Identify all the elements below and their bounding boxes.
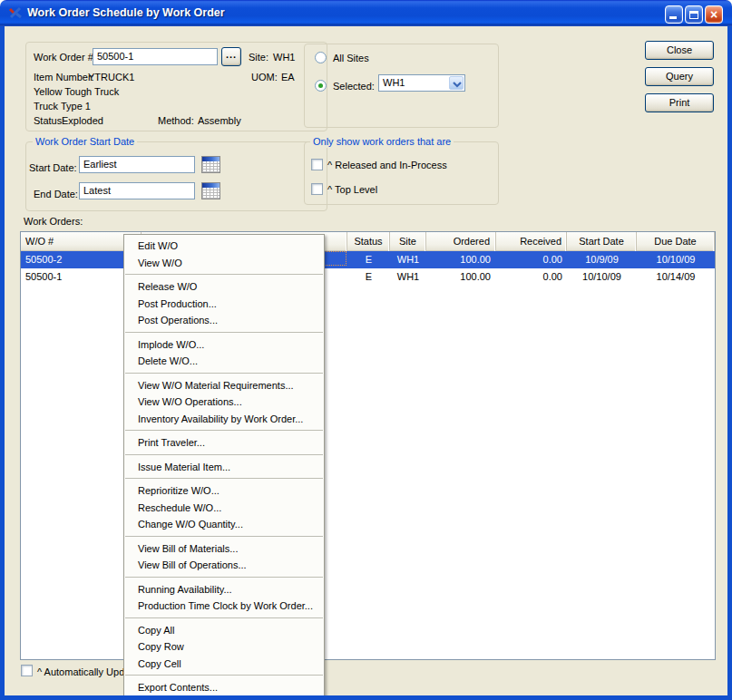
menu-item[interactable]: Inventory Availability by Work Order...: [124, 411, 324, 428]
cell-received[interactable]: 0.00: [496, 251, 567, 268]
close-window-button[interactable]: ×: [705, 5, 723, 24]
menu-item[interactable]: Issue Material Item...: [124, 459, 324, 476]
released-inprocess-label: ^ Released and In-Process: [327, 159, 447, 171]
item-number-label: Item Number:: [34, 71, 94, 83]
cell-due-date[interactable]: 10/14/09: [637, 268, 715, 286]
menu-item[interactable]: View W/O Operations...: [124, 394, 324, 411]
window-border-right: [727, 26, 732, 695]
menu-separator: [125, 577, 323, 578]
browse-button[interactable]: ...: [221, 47, 241, 66]
minimize-button[interactable]: [665, 5, 683, 24]
cell-status[interactable]: E: [347, 268, 390, 286]
item-description-line1: Yellow Tough Truck: [34, 85, 119, 98]
menu-item[interactable]: View Bill of Materials...: [124, 540, 324, 558]
site-select-drop-button[interactable]: [449, 76, 464, 90]
menu-item[interactable]: Export Contents...: [124, 679, 324, 696]
query-button[interactable]: Query: [645, 67, 714, 86]
menu-separator: [125, 430, 323, 431]
auto-update-checkbox[interactable]: [21, 665, 33, 676]
site-select[interactable]: WH1: [378, 74, 465, 92]
selected-site-radio[interactable]: [315, 80, 327, 92]
end-date-label: End Date:: [34, 188, 78, 200]
item-description-line2: Truck Type 1: [34, 100, 91, 112]
menu-item[interactable]: Reprioritize W/O...: [124, 482, 324, 500]
app-window: Work Order Schedule by Work Order × Work…: [0, 0, 732, 700]
cell-received[interactable]: 0.00: [496, 268, 567, 286]
uom-label: UOM:: [251, 71, 278, 83]
item-number-value: YTRUCK1: [88, 71, 134, 83]
menu-item[interactable]: Edit W/O: [124, 238, 324, 255]
filter-group-title: Only show work orders that are: [310, 136, 454, 148]
menu-item[interactable]: Release W/O: [124, 278, 324, 296]
menu-item[interactable]: Reschedule W/O...: [124, 500, 324, 517]
all-sites-radio[interactable]: [315, 52, 327, 63]
header-col-start-date[interactable]: Start Date: [567, 232, 637, 251]
menu-item[interactable]: Post Production...: [124, 296, 324, 313]
menu-separator: [125, 617, 323, 618]
cell-ordered[interactable]: 100.00: [426, 251, 496, 268]
released-inprocess-checkbox[interactable]: [311, 159, 323, 170]
maximize-button[interactable]: [685, 5, 703, 24]
menu-item[interactable]: Copy Cell: [124, 656, 324, 673]
window-border-bottom: [0, 695, 732, 700]
status-label: Status:: [34, 114, 64, 127]
close-icon: ×: [706, 6, 722, 23]
menu-item[interactable]: Running Availability...: [124, 581, 324, 598]
cell-due-date[interactable]: 10/10/09: [637, 251, 715, 268]
end-date-calendar-button[interactable]: [201, 182, 220, 199]
cell-site[interactable]: WH1: [390, 268, 426, 286]
calendar-grid-icon: [202, 188, 220, 199]
context-menu: Edit W/OView W/ORelease W/OPost Producti…: [123, 234, 325, 700]
selected-site-label: Selected:: [333, 80, 375, 92]
cell-status[interactable]: E: [347, 251, 390, 268]
cell-site[interactable]: WH1: [390, 251, 426, 268]
menu-item[interactable]: Copy All: [124, 622, 324, 639]
x-logo-icon: [8, 5, 23, 20]
menu-item[interactable]: Implode W/O...: [124, 336, 324, 354]
menu-item[interactable]: Copy Row: [124, 638, 324, 656]
minimize-icon: [669, 16, 677, 19]
site-select-value: WH1: [383, 77, 405, 89]
menu-separator: [125, 332, 323, 333]
menu-item[interactable]: Post Operations...: [124, 312, 324, 329]
window-title: Work Order Schedule by Work Order: [27, 0, 225, 25]
work-orders-label: Work Orders:: [24, 215, 83, 228]
start-date-group-title: Work Order Start Date: [33, 136, 137, 148]
menu-item[interactable]: View Bill of Operations...: [124, 557, 324, 574]
menu-separator: [125, 454, 323, 455]
titlebar[interactable]: Work Order Schedule by Work Order ×: [0, 0, 732, 26]
cell-start-date[interactable]: 10/10/09: [567, 268, 637, 286]
menu-separator: [125, 536, 323, 537]
work-order-input[interactable]: 50500-1: [93, 48, 218, 65]
start-date-calendar-button[interactable]: [201, 156, 220, 173]
header-col-due-date[interactable]: Due Date: [637, 232, 715, 251]
end-date-input[interactable]: Latest: [79, 182, 195, 199]
start-date-input[interactable]: Earliest: [79, 156, 195, 173]
menu-item[interactable]: View W/O: [124, 255, 324, 272]
site-label: Site:: [249, 51, 268, 63]
header-col-site[interactable]: Site: [390, 232, 426, 251]
menu-item[interactable]: Change W/O Quantity...: [124, 516, 324, 533]
menu-separator: [125, 373, 323, 374]
menu-item[interactable]: Production Time Clock by Work Order...: [124, 598, 324, 615]
header-col-received[interactable]: Received: [496, 232, 567, 251]
auto-update-label: ^ Automatically Upd: [37, 666, 124, 678]
close-button[interactable]: Close: [645, 41, 714, 60]
menu-item[interactable]: View W/O Material Requirements...: [124, 377, 324, 394]
menu-item[interactable]: Delete W/O...: [124, 353, 324, 370]
work-order-label: Work Order #:: [34, 51, 96, 63]
site-value: WH1: [273, 51, 295, 63]
status-value: Exploded: [62, 114, 103, 127]
menu-separator: [125, 478, 323, 479]
menu-separator: [125, 675, 323, 676]
print-button[interactable]: Print: [645, 93, 714, 112]
cell-start-date[interactable]: 10/9/09: [567, 251, 637, 268]
menu-item[interactable]: Print Traveler...: [124, 434, 324, 452]
top-level-checkbox[interactable]: [311, 183, 323, 195]
calendar-grid-icon: [202, 161, 220, 172]
header-col-status[interactable]: Status: [347, 232, 390, 251]
cell-ordered[interactable]: 100.00: [426, 268, 496, 286]
header-col-ordered[interactable]: Ordered: [426, 232, 496, 251]
method-label: Method:: [158, 114, 194, 127]
start-date-label: Start Date:: [29, 161, 77, 174]
